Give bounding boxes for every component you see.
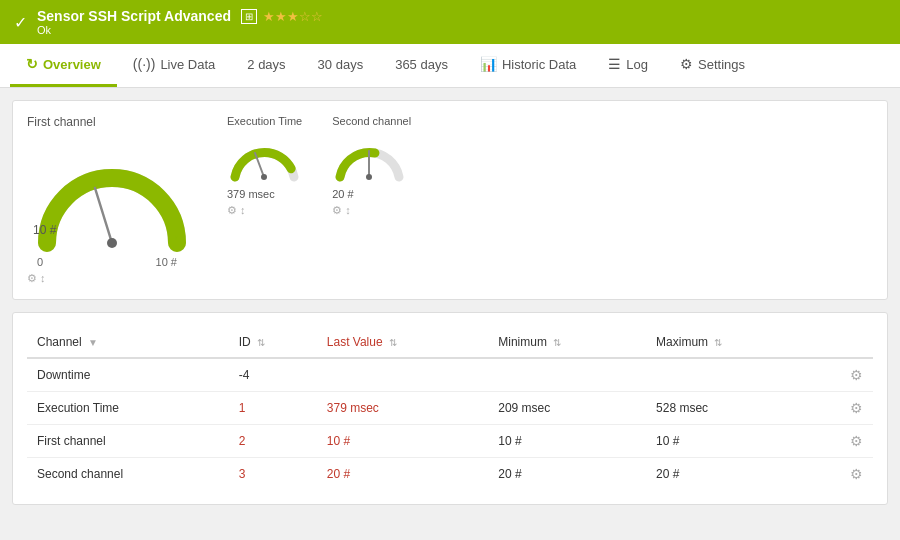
td-maximum [646,358,810,392]
tab-2-days-label: 2 days [247,57,285,72]
table-row: Downtime-4⚙ [27,358,873,392]
col-minimum[interactable]: Minimum ⇅ [488,327,646,358]
big-gauge-max: 10 # [156,256,177,268]
tab-30-days-label: 30 days [318,57,364,72]
tab-historic-data-label: Historic Data [502,57,576,72]
td-gear-action[interactable]: ⚙ [810,392,873,425]
td-last-value: 379 msec [317,392,488,425]
td-id: 1 [229,392,317,425]
td-id: 3 [229,458,317,491]
tab-live-data-label: Live Data [160,57,215,72]
col-id[interactable]: ID ⇅ [229,327,317,358]
tab-30-days[interactable]: 30 days [302,45,380,87]
execution-time-actions[interactable]: ⚙ ↕ [227,204,302,217]
td-gear-action[interactable]: ⚙ [810,458,873,491]
big-gauge-value: 10 # [33,223,56,237]
pin-icon: ⊞ [241,9,257,24]
second-channel-value: 20 # [332,188,411,200]
second-channel-label: Second channel [332,115,411,127]
gear-icon: ⚙ [850,367,863,383]
col-actions-header [810,327,873,358]
td-id: 2 [229,425,317,458]
big-gauge-svg: r [27,133,197,263]
tab-settings-label: Settings [698,57,745,72]
tab-overview-label: Overview [43,57,101,72]
td-minimum: 10 # [488,425,646,458]
settings-icon: ⚙ [680,56,693,72]
second-channel-gauge-svg [332,131,407,183]
gear-icon: ⚙ [850,466,863,482]
td-maximum: 20 # [646,458,810,491]
td-last-value: 10 # [317,425,488,458]
tab-settings[interactable]: ⚙ Settings [664,44,761,87]
svg-point-1 [107,238,117,248]
td-maximum: 528 msec [646,392,810,425]
status-badge: Ok [37,24,323,36]
td-id: -4 [229,358,317,392]
big-gauge-min: 0 [37,256,43,268]
sensor-title: Sensor SSH Script Advanced [37,8,231,24]
svg-line-0 [95,188,112,243]
live-data-icon: ((·)) [133,56,156,72]
td-maximum: 10 # [646,425,810,458]
first-channel-label: First channel [27,115,197,129]
tab-log[interactable]: ☰ Log [592,44,664,87]
last-value-sort-icon: ⇅ [389,337,397,348]
col-maximum[interactable]: Maximum ⇅ [646,327,810,358]
tab-log-label: Log [626,57,648,72]
gauge-panel: First channel r 0 10 # 10 # [12,100,888,300]
second-channel-actions[interactable]: ⚙ ↕ [332,204,411,217]
td-last-value: 20 # [317,458,488,491]
td-gear-action[interactable]: ⚙ [810,358,873,392]
svg-point-4 [261,174,267,180]
tab-overview[interactable]: ↻ Overview [10,44,117,87]
table-body: Downtime-4⚙Execution Time1379 msec209 ms… [27,358,873,490]
id-sort-icon: ⇅ [257,337,265,348]
small-gauges-section: Execution Time 379 msec ⚙ ↕ Second chann… [227,115,411,217]
svg-text:r: r [175,233,178,242]
main-content: First channel r 0 10 # 10 # [0,88,900,517]
td-minimum: 209 msec [488,392,646,425]
star-rating: ★★★☆☆ [263,9,323,24]
td-last-value [317,358,488,392]
tab-365-days-label: 365 days [395,57,448,72]
historic-data-icon: 📊 [480,56,497,72]
maximum-sort-icon: ⇅ [714,337,722,348]
execution-time-section: Execution Time 379 msec ⚙ ↕ [227,115,302,217]
tab-2-days[interactable]: 2 days [231,45,301,87]
table-header-row: Channel ▼ ID ⇅ Last Value ⇅ Minimum ⇅ [27,327,873,358]
table-row: First channel210 #10 #10 #⚙ [27,425,873,458]
execution-time-label: Execution Time [227,115,302,127]
header: ✓ Sensor SSH Script Advanced ⊞ ★★★☆☆ Ok [0,0,900,44]
gear-icon: ⚙ [850,433,863,449]
td-channel: Execution Time [27,392,229,425]
log-icon: ☰ [608,56,621,72]
svg-point-6 [366,174,372,180]
execution-time-value: 379 msec [227,188,302,200]
overview-icon: ↻ [26,56,38,72]
tab-365-days[interactable]: 365 days [379,45,464,87]
gear-icon: ⚙ [850,400,863,416]
table-panel: Channel ▼ ID ⇅ Last Value ⇅ Minimum ⇅ [12,312,888,505]
tab-bar: ↻ Overview ((·)) Live Data 2 days 30 day… [0,44,900,88]
col-channel[interactable]: Channel ▼ [27,327,229,358]
minimum-sort-icon: ⇅ [553,337,561,348]
channel-sort-icon: ▼ [88,337,98,348]
td-minimum [488,358,646,392]
td-channel: First channel [27,425,229,458]
big-gauge-actions[interactable]: ⚙ ↕ [27,272,197,285]
td-channel: Downtime [27,358,229,392]
first-channel-section: First channel r 0 10 # 10 # [27,115,197,285]
tab-live-data[interactable]: ((·)) Live Data [117,44,231,87]
tab-historic-data[interactable]: 📊 Historic Data [464,44,592,87]
col-last-value[interactable]: Last Value ⇅ [317,327,488,358]
second-channel-section: Second channel 20 # ⚙ ↕ [332,115,411,217]
execution-time-gauge-svg [227,131,302,183]
table-row: Execution Time1379 msec209 msec528 msec⚙ [27,392,873,425]
table-row: Second channel320 #20 #20 #⚙ [27,458,873,491]
td-minimum: 20 # [488,458,646,491]
data-table: Channel ▼ ID ⇅ Last Value ⇅ Minimum ⇅ [27,327,873,490]
check-icon: ✓ [14,13,27,32]
td-gear-action[interactable]: ⚙ [810,425,873,458]
td-channel: Second channel [27,458,229,491]
